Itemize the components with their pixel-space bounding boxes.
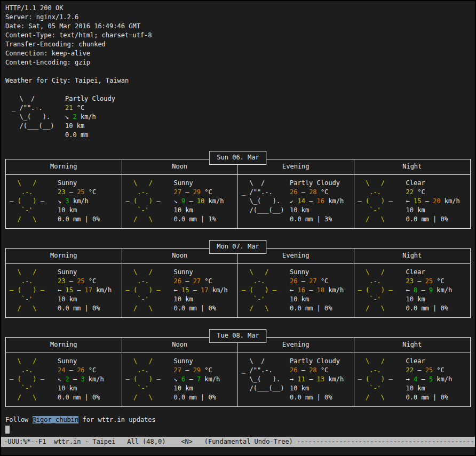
weather-text-line: ← 15 – 17 km/h xyxy=(174,286,228,295)
weather-text-line: Sunny xyxy=(290,268,344,277)
weather-text-line: 24 – 26 °C xyxy=(58,366,104,375)
weather-cell: \ / .-. – ( ) – `-' / \ Sunny27 – 29 °C↘… xyxy=(122,353,239,406)
forecast-day: Sun 06. MarMorningNoonEveningNight \ / .… xyxy=(5,159,471,229)
http-header-line: Date: Sat, 05 Mar 2016 16:49:46 GMT xyxy=(5,22,471,31)
weather-text-line: 21 °C xyxy=(65,103,115,113)
partly-cloudy-icon: \ / _ /"".-. \_( ). /(___(__) xyxy=(242,179,290,224)
weather-info: Sunny23 – 25 °C← 15 – 17 km/h10 km0.0 mm… xyxy=(58,268,112,313)
weather-info: Sunny27 – 29 °C↘ 9 – 10 km/h10 km0.0 mm … xyxy=(174,179,224,224)
blank-line xyxy=(5,67,471,76)
weather-text-line: 0.0 mm | 0% xyxy=(406,304,453,313)
http-header-line: Content-Encoding: gzip xyxy=(5,58,471,67)
weather-text-line: 10 km xyxy=(174,206,224,215)
sun-icon: \ / .-. – ( ) – `-' / \ xyxy=(126,268,174,313)
weather-info: Partly Cloudy26 – 28 °C→ 11 – 13 km/h10 … xyxy=(290,357,344,402)
weather-cell: \ / _ /"".-. \_( ). /(___(__) Partly Clo… xyxy=(238,175,354,228)
weather-text-line: 23 – 25 °C xyxy=(58,277,112,286)
weather-info: Sunny26 – 27 °C← 16 – 18 km/h10 km0.0 mm… xyxy=(290,268,344,313)
sun-icon: \ / .-. – ( ) – `-' / \ xyxy=(358,268,406,313)
partly-cloudy-icon: \ / _ /"".-. \_( ). /(___(__) xyxy=(12,94,65,140)
weather-text-line: 10 km xyxy=(290,295,344,304)
weather-cell: \ / .-. – ( ) – `-' / \ Sunny27 – 29 °C↘… xyxy=(122,175,239,228)
city-title: Weather for City: Taipei, Taiwan xyxy=(5,76,471,85)
partly-cloudy-icon: \ / _ /"".-. \_( ). /(___(__) xyxy=(242,357,290,402)
weather-text-line: Partly Cloudy xyxy=(290,179,344,188)
weather-text-line: Sunny xyxy=(58,268,112,277)
weather-text-line: Sunny xyxy=(174,357,220,366)
emacs-modeline: -UUU:%*--F1 wttr.in - Taipei All (48,0) … xyxy=(1,437,475,447)
weather-text-line: → 4 – 5 km/h xyxy=(406,375,453,384)
sun-icon: \ / .-. – ( ) – `-' / \ xyxy=(10,268,58,313)
period-header: Night xyxy=(354,249,471,264)
forecast-table: MorningNoonEveningNight \ / .-. – ( ) – … xyxy=(5,337,471,407)
forecast-table: MorningNoonEveningNight \ / .-. – ( ) – … xyxy=(5,159,471,229)
weather-text-line: 23 – 25 °C xyxy=(406,277,453,286)
weather-text-line: Sunny xyxy=(174,268,228,277)
weather-text-line: 26 – 28 °C xyxy=(290,188,344,197)
sun-icon: \ / .-. – ( ) – `-' / \ xyxy=(10,179,58,224)
weather-cell: \ / .-. – ( ) – `-' / \ Clear23 – 25 °C←… xyxy=(354,264,471,317)
weather-text-line: 10 km xyxy=(290,384,344,393)
weather-cell: \ / .-. – ( ) – `-' / \ Sunny23 – 25 °C↘… xyxy=(6,175,122,228)
footer-text-prefix: Follow xyxy=(5,416,33,423)
weather-info: Sunny27 – 29 °C↘ 6 – 7 km/h10 km0.0 mm |… xyxy=(174,357,220,402)
weather-text-line: 0.0 mm | 3% xyxy=(290,215,344,224)
forecast-table: MorningNoonEveningNight \ / .-. – ( ) – … xyxy=(5,248,471,318)
current-info: Partly Cloudy21 °C↘ 2 km/h10 km0.0 mm xyxy=(65,94,115,140)
weather-text-line: Clear xyxy=(406,179,460,188)
weather-text-line: 0.0 mm | 0% xyxy=(58,215,100,224)
weather-cell: \ / _ /"".-. \_( ). /(___(__) Partly Clo… xyxy=(238,353,354,406)
weather-text-line: Clear xyxy=(406,268,453,277)
weather-text-line: 0.0 mm xyxy=(65,131,115,140)
weather-text-line: ← 8 – 9 km/h xyxy=(406,286,453,295)
weather-text-line: 0.0 mm | 1% xyxy=(174,215,224,224)
weather-text-line: Sunny xyxy=(58,357,104,366)
weather-text-line: 26 – 28 °C xyxy=(290,366,344,375)
weather-text-line: ↙ 14 – 16 km/h xyxy=(290,197,344,206)
weather-text-line: 10 km xyxy=(290,206,344,215)
weather-text-line: Sunny xyxy=(174,179,224,188)
weather-text-line: ← 15 – 20 km/h xyxy=(406,197,460,206)
sun-icon: \ / .-. – ( ) – `-' / \ xyxy=(358,179,406,224)
footer-text-suffix: for wttr.in updates xyxy=(78,416,156,423)
weather-text-line: 10 km xyxy=(406,206,460,215)
weather-text-line: ↖ 2 – 3 km/h xyxy=(58,375,104,384)
http-header-line: Server: nginx/1.2.6 xyxy=(5,13,471,22)
weather-text-line: Partly Cloudy xyxy=(65,94,115,103)
weather-text-line: ↘ 2 km/h xyxy=(65,113,115,122)
weather-text-line: 0.0 mm | 0% xyxy=(58,393,104,402)
weather-info: Clear22 – 25 °C→ 4 – 5 km/h10 km0.0 mm |… xyxy=(406,357,453,402)
forecast-day: Tue 08. MarMorningNoonEveningNight \ / .… xyxy=(5,337,471,407)
weather-text-line: 27 – 29 °C xyxy=(174,366,220,375)
terminal-screen: HTTP/1.1 200 OK Server: nginx/1.2.6 Date… xyxy=(1,1,475,455)
weather-text-line: → 11 – 13 km/h xyxy=(290,375,344,384)
period-header: Morning xyxy=(6,338,122,353)
http-response-headers: HTTP/1.1 200 OK Server: nginx/1.2.6 Date… xyxy=(5,4,471,67)
date-label: Mon 07. Mar xyxy=(209,240,266,254)
weather-text-line: 0.0 mm | 0% xyxy=(406,215,460,224)
weather-text-line: 0.0 mm | 0% xyxy=(290,304,344,313)
sun-icon: \ / .-. – ( ) – `-' / \ xyxy=(126,357,174,402)
weather-cell: \ / .-. – ( ) – `-' / \ Sunny23 – 25 °C←… xyxy=(6,264,122,317)
sun-icon: \ / .-. – ( ) – `-' / \ xyxy=(358,357,406,402)
date-label: Tue 08. Mar xyxy=(209,329,266,343)
forecast-days: Sun 06. MarMorningNoonEveningNight \ / .… xyxy=(5,159,471,407)
cursor-line xyxy=(5,426,471,435)
weather-text-line: 22 – 25 °C xyxy=(406,366,453,375)
period-header: Night xyxy=(354,159,471,175)
weather-text-line: 10 km xyxy=(406,384,453,393)
current-conditions: \ / _ /"".-. \_( ). /(___(__) Partly Clo… xyxy=(5,94,471,140)
weather-text-line: 0.0 mm | 0% xyxy=(174,304,228,313)
period-header: Morning xyxy=(6,159,122,175)
weather-text-line: ← 15 – 17 km/h xyxy=(58,286,112,295)
period-header: Night xyxy=(354,338,471,353)
weather-text-line: 0.0 mm | 0% xyxy=(58,304,112,313)
sun-icon: \ / .-. – ( ) – `-' / \ xyxy=(10,357,58,402)
weather-info: Sunny26 – 27 °C← 15 – 17 km/h10 km0.0 mm… xyxy=(174,268,228,313)
twitter-handle-link[interactable]: @igor_chubin xyxy=(33,416,79,423)
weather-text-line: 10 km xyxy=(58,206,100,215)
weather-text-line: 27 – 29 °C xyxy=(174,188,224,197)
weather-cell: \ / .-. – ( ) – `-' / \ Sunny26 – 27 °C←… xyxy=(238,264,354,317)
weather-text-line: Partly Cloudy xyxy=(290,357,344,366)
weather-cell: \ / .-. – ( ) – `-' / \ Sunny24 – 26 °C↖… xyxy=(6,353,122,406)
